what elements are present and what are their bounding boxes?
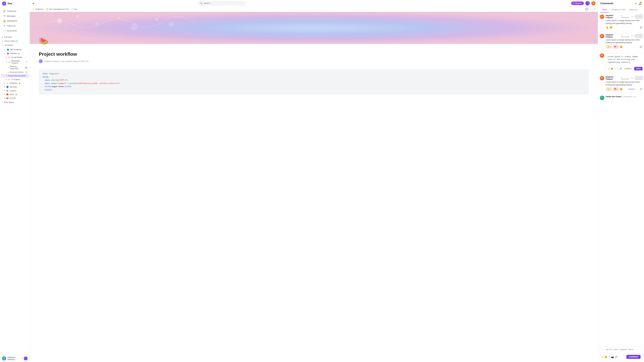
svg-point-4 (118, 17, 120, 19)
drag-handle-icon: ⋮⋮ (601, 349, 605, 351)
space-taki-kids[interactable]: ▶ 🔵 Taki Kids (0, 85, 30, 89)
comment-resolve-button[interactable]: ✓ (640, 14, 642, 18)
space-taki-academy[interactable]: ▼ 🔵 Taki Academy (0, 48, 30, 51)
author-avatar (39, 59, 43, 63)
space-marketing-projects[interactable]: ▼ 🗂 Marketing Projects ⋯ + (0, 59, 30, 65)
smile-emoji-button[interactable]: 😊 (620, 45, 623, 48)
breadcrumb-doc[interactable]: 📄 Doc (71, 8, 78, 10)
attach-button[interactable]: ⬇ (614, 67, 616, 70)
space-label: IT Projects (11, 78, 20, 81)
comment-resolve-button[interactable]: ✓ (640, 76, 642, 80)
chevron-icon: ▶ (6, 56, 7, 58)
star-action-button[interactable]: ☆ (590, 8, 592, 10)
breadcrumb-softylines[interactable]: ⚡ Softylines (32, 8, 44, 10)
allspaces-collapse[interactable]: ▼ All spaces (0, 43, 30, 47)
space-color-icon: 🟣 (7, 52, 9, 55)
space-softylines[interactable]: ▶ ⚡ Softylines 🔒 (0, 81, 30, 85)
replies-link[interactable]: 2 Replies (628, 88, 634, 90)
user-avatar[interactable]: JD (591, 1, 596, 5)
cancel-edit-button[interactable]: CANCEL (623, 67, 633, 70)
comment-time: 2min (631, 77, 634, 79)
block-button[interactable]: ⊘ (617, 67, 618, 70)
space-icon: 🎨 (6, 89, 9, 92)
heart-reaction-button[interactable]: ❤️ 1 (613, 45, 619, 48)
space-project-documentation[interactable]: 📝 Project Documentation (1, 74, 29, 78)
folder-icon: 📋 (46, 8, 48, 10)
comment-more-button[interactable]: ⋯ (636, 76, 638, 80)
breadcrumb-separator: / (70, 8, 70, 10)
new-space-button[interactable]: + New Space (0, 100, 30, 105)
comment-editing-item: HF Lorem Ipsum is simply dummy text of t… (600, 53, 642, 74)
comment-text: Lorem Ipsum is simply dummy text of the … (606, 19, 642, 25)
comment-resolve-button[interactable]: ✓ (640, 34, 642, 38)
tab-open[interactable]: Open (600, 7, 609, 12)
link-button[interactable]: 🔗 (640, 46, 642, 48)
filter-button[interactable]: ⚙ (635, 2, 637, 5)
sidebar-item-followup[interactable]: ↺ Follow-Up (1, 23, 29, 28)
sidebar-item-documents[interactable]: 📄 Documents (1, 28, 29, 33)
comment-submit-button[interactable]: COMMENT (626, 355, 640, 359)
star-icon: ✦ (573, 2, 574, 4)
share-action-button[interactable]: ↗ (594, 8, 596, 10)
favorites-collapse[interactable]: ▶ Favorites (0, 35, 30, 39)
shared-collapse[interactable]: ▶ Shared With me (0, 39, 30, 43)
video-input-button[interactable]: 📷 (611, 356, 614, 358)
comment-author: Haythem Ferjaoui (606, 14, 620, 19)
comment-content: Haythem Ferjaoui a commenter 2min ⋯ ✓ Lo… (606, 14, 642, 29)
breadcrumb-task-management[interactable]: 📋 Task Management Tool (46, 8, 69, 10)
link-button[interactable]: 🔗 (640, 88, 642, 90)
sidebar-item-messages[interactable]: ✉ Messages (1, 13, 29, 18)
comment-content: Haythem Ferjaoui a commenter 2min ⋯ ✓ Lo… (606, 76, 642, 91)
space-lissene[interactable]: ▶ 🎨 Lissene (0, 89, 30, 92)
comment-edit-textarea[interactable]: Lorem Ipsum is simply dummy text of the … (608, 55, 642, 64)
comment-more-button[interactable]: ⋯ (636, 34, 638, 37)
sidebar-item-notifications[interactable]: 🔔 Notifications (1, 18, 29, 23)
comment-meta: Haythem Ferjaoui a commenter 2min ⋯ ✓ (606, 34, 642, 38)
tab-assigned-to-me[interactable]: Assigned To Me (609, 7, 627, 12)
smile-emoji-button[interactable]: 😊 (620, 88, 623, 91)
link-insert-button[interactable]: 🔗 (620, 67, 622, 70)
search-input[interactable] (204, 2, 243, 4)
comment-more-button[interactable]: ⋯ (636, 15, 638, 18)
more-options-button[interactable]: ⋯ (22, 61, 25, 63)
save-edit-button[interactable]: SAVE (634, 67, 642, 70)
search-bar[interactable]: 🔍 (198, 1, 246, 5)
thumbs-up-reaction-button[interactable]: 👍 1 (606, 88, 612, 91)
tab-resolved[interactable]: Resolved (627, 7, 640, 12)
emoji-input-button[interactable]: 😊 (604, 356, 607, 358)
smile-emoji-button[interactable]: 😊 (610, 26, 612, 29)
comment-action-button[interactable]: 💬 (586, 8, 588, 10)
space-social-media[interactable]: ▶ 📁 Social Media (0, 55, 30, 59)
attach-input-button[interactable]: ⬇ (608, 356, 610, 358)
comment-input-field[interactable] (606, 348, 640, 354)
space-ostedhy[interactable]: ▼ 🟣 Ostedhy 🔒 (0, 51, 30, 55)
like-emoji-button[interactable]: 👍 (606, 26, 609, 29)
document-title: Project workflow (39, 51, 589, 57)
app-logo[interactable]: T Tam (0, 0, 30, 7)
comments-list: HF Haythem Ferjaoui a commenter 2min ⋯ ✓… (598, 13, 644, 345)
notification-bell-wrapper: 🔔 (638, 2, 642, 5)
space-it-projects[interactable]: ▶ 📁 IT Projects (0, 78, 30, 81)
folder-icon: 🗂 (8, 61, 10, 63)
collapse-sidebar-button[interactable]: ◀ (32, 2, 34, 4)
sidebar-item-dashboard[interactable]: ⊞ Dashboard (1, 9, 29, 13)
at-mention-button[interactable]: @ (608, 67, 610, 70)
at-mention-input-button[interactable]: @ (601, 356, 604, 358)
document-hero-image: 🍉 (30, 12, 598, 44)
workspace-icon: S (2, 356, 6, 361)
comment-item: HF Haythem Ferjaoui a commenter 2min ⋯ ✓… (600, 34, 642, 51)
upgrade-button[interactable]: ✦ Upgrade (571, 1, 584, 5)
add-item-button[interactable]: + (26, 61, 28, 63)
chevron-icon: ▼ (6, 61, 8, 63)
thumbs-up-reaction-button[interactable]: 👍 1 (606, 45, 612, 48)
link-input-button[interactable]: 🔗 (615, 356, 618, 358)
space-archive[interactable]: ▶ 📦 Archive (0, 96, 30, 100)
space-planning-octobre[interactable]: ≡ Planning Octobre 7 (0, 70, 30, 74)
user-icon[interactable]: 👤 (24, 357, 28, 360)
watermelon-emoji: 🍉 (39, 36, 48, 45)
heart-reaction-button[interactable]: ❤️ 1 (613, 88, 619, 91)
link-button[interactable]: 🔗 (640, 26, 642, 29)
space-planning-septembre[interactable]: ≡ Planning Septembre 19 (0, 65, 30, 70)
emoji-picker-button[interactable]: 😊 (610, 67, 613, 70)
space-quizz[interactable]: ▶ 🟤 Quizz 🔒 (0, 92, 30, 96)
